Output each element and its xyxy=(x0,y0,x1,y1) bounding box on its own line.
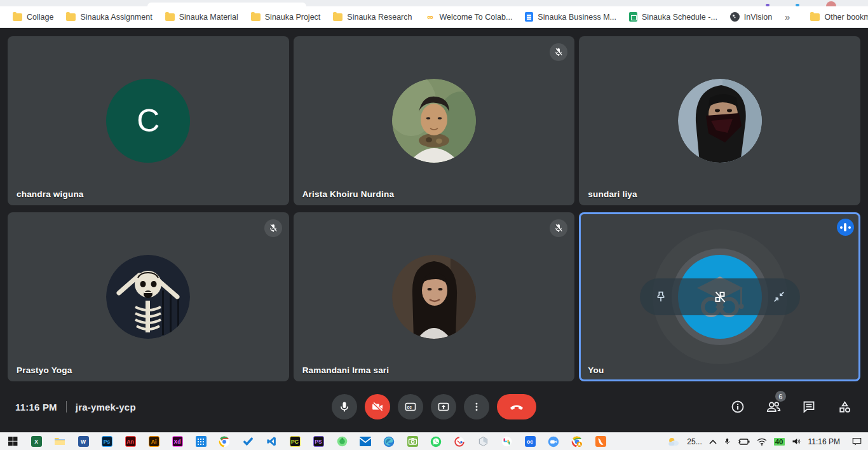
bookmarks-overflow-chevron[interactable]: » xyxy=(778,11,796,22)
action-center-icon[interactable] xyxy=(852,437,862,446)
folder-icon xyxy=(13,13,22,21)
tray-volume-icon[interactable] xyxy=(792,437,801,446)
people-panel-button[interactable]: 6 xyxy=(765,399,782,415)
photoshop-icon[interactable]: Ps xyxy=(100,435,113,448)
excel-icon[interactable]: X xyxy=(30,435,43,448)
camera-off-button[interactable] xyxy=(365,394,390,419)
folder-icon xyxy=(165,13,175,21)
whatsapp-icon[interactable] xyxy=(430,435,442,448)
participant-tile-chandra-wiguna[interactable]: C chandra wiguna xyxy=(8,36,289,205)
pin-icon[interactable] xyxy=(650,286,672,308)
avatar xyxy=(106,255,190,339)
bookmark-sinauka-material[interactable]: Sinauka Material xyxy=(159,10,245,24)
audio-level-icon xyxy=(837,219,854,236)
mail-icon[interactable] xyxy=(359,435,372,448)
colab-infinity-icon: ∞ xyxy=(424,12,435,22)
android-emulator-icon[interactable] xyxy=(336,435,348,448)
bookmark-welcome-to-colab[interactable]: ∞ Welcome To Colab... xyxy=(418,10,519,25)
present-screen-button[interactable] xyxy=(431,394,456,419)
extension-icon[interactable] xyxy=(766,4,770,6)
bookmark-sinauka-assignment[interactable]: Sinauka Assignment xyxy=(60,10,158,24)
folder-icon xyxy=(810,13,820,21)
participant-tile-sundari-liya[interactable]: sundari liya xyxy=(579,36,860,205)
octoparse-icon[interactable]: oc xyxy=(524,435,536,448)
participant-name: Arista Khoiru Nurdina xyxy=(302,189,394,199)
participant-tile-you[interactable]: You xyxy=(579,212,860,381)
bookmark-sinauka-research[interactable]: Sinauka Research xyxy=(327,10,418,24)
folder-icon xyxy=(66,13,76,21)
bookmark-collage[interactable]: Collage xyxy=(6,10,60,24)
calendar-icon[interactable] xyxy=(194,435,207,448)
edge-icon[interactable] xyxy=(383,435,395,448)
participant-count-badge: 6 xyxy=(775,391,786,402)
folder-icon xyxy=(251,13,261,21)
google-docs-icon xyxy=(525,12,533,22)
screen-recorder-icon[interactable] xyxy=(453,435,466,448)
unity-icon[interactable] xyxy=(477,435,489,448)
battery-percent-badge[interactable]: 40 xyxy=(774,438,785,446)
more-options-button[interactable] xyxy=(464,394,489,419)
invision-icon xyxy=(730,12,740,22)
camera-app-icon[interactable] xyxy=(406,435,419,448)
vscode-icon[interactable] xyxy=(265,435,278,448)
extension-icon[interactable] xyxy=(796,4,799,6)
participant-tile-ramandani-irma-sari[interactable]: Ramandani Irma sari xyxy=(294,212,575,381)
bookmarks-bar: Collage Sinauka Assignment Sinauka Mater… xyxy=(0,6,868,28)
chrome-icon[interactable] xyxy=(218,435,231,448)
closed-captions-button[interactable]: cc xyxy=(398,394,423,419)
divider xyxy=(66,401,67,412)
browser-profile-avatar[interactable] xyxy=(826,1,836,6)
participant-name: You xyxy=(588,365,604,375)
google-sheets-icon xyxy=(629,12,637,22)
word-icon[interactable]: W xyxy=(77,435,90,448)
phpstorm-icon[interactable]: PS xyxy=(312,435,325,448)
minimize-icon[interactable] xyxy=(768,286,790,308)
video-call-app-icon[interactable] xyxy=(547,435,560,448)
tray-microphone-icon[interactable] xyxy=(724,437,731,446)
omnibox[interactable] xyxy=(147,3,306,6)
participant-name: sundari liya xyxy=(588,189,637,199)
check-app-icon[interactable] xyxy=(241,435,254,448)
other-bookmarks[interactable]: Other bookmarks xyxy=(804,10,868,24)
weather-temperature[interactable]: 25... xyxy=(687,437,702,446)
start-button-icon[interactable] xyxy=(6,435,19,448)
tray-battery-icon[interactable] xyxy=(738,438,750,446)
participant-tile-arista-khoiru-nurdina[interactable]: Arista Khoiru Nurdina xyxy=(294,36,575,205)
weather-icon[interactable] xyxy=(667,437,680,447)
bookmark-sinauka-project[interactable]: Sinauka Project xyxy=(245,10,327,24)
bookmark-invision[interactable]: InVision xyxy=(724,10,778,24)
participant-tile-prastyo-yoga[interactable]: Prastyo Yoga xyxy=(8,212,289,381)
xampp-icon[interactable] xyxy=(594,435,607,448)
participant-name: Prastyo Yoga xyxy=(17,365,72,375)
avatar: C xyxy=(106,79,190,163)
illustrator-icon[interactable]: Ai xyxy=(147,435,160,448)
folder-icon xyxy=(333,13,342,21)
participant-grid: C chandra wiguna xyxy=(0,28,868,381)
windows-taskbar: X W Ps An Ai Xd xyxy=(0,432,868,450)
bookmark-sinauka-business[interactable]: Sinauka Business M... xyxy=(519,10,623,24)
avatar xyxy=(392,79,476,163)
chat-panel-button[interactable] xyxy=(801,399,817,415)
activities-panel-button[interactable] xyxy=(836,399,853,415)
meeting-code: jra-ymek-ycp xyxy=(76,402,136,412)
meeting-details-info-button[interactable] xyxy=(729,399,746,415)
meet-control-bar: 11:16 PM jra-ymek-ycp xyxy=(0,381,868,432)
bookmark-sinauka-schedule[interactable]: Sinauka Schedule -... xyxy=(623,10,724,24)
tray-wifi-icon[interactable] xyxy=(757,438,767,446)
google-meet-call: C chandra wiguna xyxy=(0,28,868,432)
pycharm-icon[interactable]: PC xyxy=(288,435,301,448)
microphone-button[interactable] xyxy=(332,394,357,419)
mic-off-icon xyxy=(264,219,282,237)
end-call-button[interactable] xyxy=(497,394,536,419)
svg-text:cc: cc xyxy=(407,405,412,409)
tray-overflow-chevron-icon[interactable] xyxy=(709,439,717,444)
slack-icon[interactable] xyxy=(500,435,513,448)
remove-tile-icon[interactable] xyxy=(709,286,731,308)
tray-clock[interactable]: 11:16 PM xyxy=(808,437,840,446)
adobe-xd-icon[interactable]: Xd xyxy=(171,435,184,448)
animate-icon[interactable]: An xyxy=(124,435,137,448)
meeting-clock: 11:16 PM xyxy=(15,402,57,412)
file-explorer-icon[interactable] xyxy=(53,435,66,448)
chrome-profile-icon[interactable] xyxy=(571,435,583,448)
participant-name: Ramandani Irma sari xyxy=(302,365,390,375)
